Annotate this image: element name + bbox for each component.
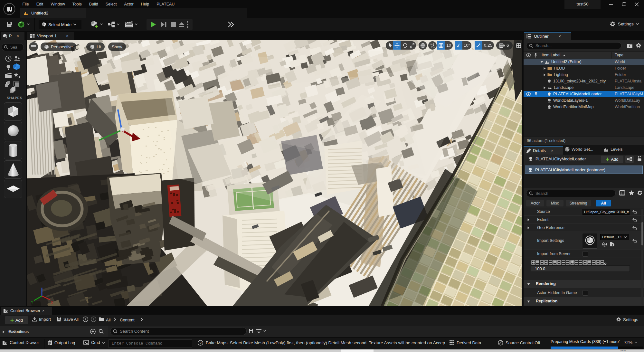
svg-text:?: ? xyxy=(200,341,202,345)
svg-text:X: X xyxy=(51,300,53,304)
svg-text:Y: Y xyxy=(31,300,33,304)
